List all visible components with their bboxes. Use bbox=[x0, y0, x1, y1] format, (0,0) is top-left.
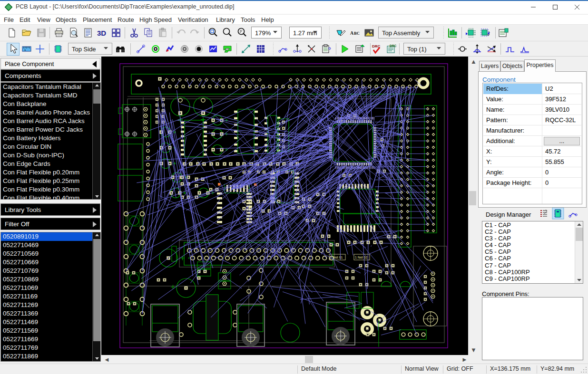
svg-text:DRC: DRC bbox=[390, 44, 396, 48]
svg-text:1 Net 62: 1 Net 62 bbox=[355, 256, 368, 259]
svg-text:A: A bbox=[350, 30, 354, 36]
svg-text:3D: 3D bbox=[97, 29, 106, 37]
svg-text:BC: BC bbox=[354, 31, 360, 36]
